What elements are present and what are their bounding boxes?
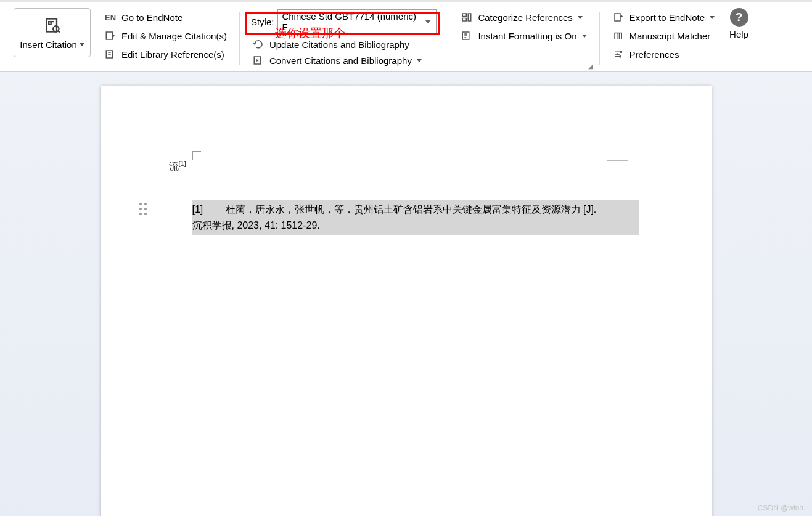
manuscript-label: Manuscript Matcher xyxy=(630,31,711,41)
doc-line1-text: 流 xyxy=(169,161,179,171)
export-icon xyxy=(612,12,625,23)
edit-citations-icon xyxy=(104,30,117,41)
style-dropdown[interactable]: Chinese Std GBT7714 (numeric) F xyxy=(277,9,437,34)
help-button[interactable]: ? Help xyxy=(723,6,755,71)
edit-library-icon xyxy=(104,49,117,60)
group-separator xyxy=(448,12,448,65)
manuscript-matcher-button[interactable]: Manuscript Matcher xyxy=(609,27,719,45)
group-tools: Export to EndNote Manuscript Matcher Pre… xyxy=(604,6,724,71)
svg-point-10 xyxy=(620,51,621,52)
instant-formatting-button[interactable]: Instant Formatting is On xyxy=(457,27,590,45)
reference-text-line2: 沉积学报, 2023, 41: 1512-29. xyxy=(192,220,320,231)
ribbon-toolbar: Insert Citation EN Go to EndNote Edit & … xyxy=(0,0,812,72)
export-to-endnote-button[interactable]: Export to EndNote xyxy=(609,8,719,27)
chevron-down-icon xyxy=(710,16,715,19)
watermark-text: CSDN @wlnh xyxy=(758,504,803,512)
svg-point-1 xyxy=(53,26,59,31)
reference-number: [1] xyxy=(192,202,226,218)
go-to-endnote-button[interactable]: EN Go to EndNote xyxy=(100,8,231,27)
categorize-icon xyxy=(461,12,473,23)
chevron-down-icon xyxy=(80,43,84,46)
svg-rect-7 xyxy=(469,14,472,21)
edit-manage-citations-button[interactable]: Edit & Manage Citation(s) xyxy=(100,27,231,45)
edit-manage-label: Edit & Manage Citation(s) xyxy=(121,31,227,41)
edit-library-label: Edit Library Reference(s) xyxy=(121,49,224,60)
edit-library-reference-button[interactable]: Edit Library Reference(s) xyxy=(100,45,231,63)
group-insert-citation: Insert Citation xyxy=(9,6,96,71)
convert-icon xyxy=(252,55,265,66)
preferences-button[interactable]: Preferences xyxy=(609,45,719,63)
document-page[interactable]: 流[1] [1]杜蔺，唐永永，张世帆，等．贵州铝土矿含铝岩系中关键金属富集特征及… xyxy=(101,86,712,516)
svg-rect-2 xyxy=(106,32,113,39)
group-endnote-actions: EN Go to EndNote Edit & Manage Citation(… xyxy=(96,6,236,71)
chevron-down-icon xyxy=(578,16,583,19)
style-selected-value: Chinese Std GBT7714 (numeric) F xyxy=(282,11,416,32)
insert-citation-button[interactable]: Insert Citation xyxy=(14,8,91,57)
reference-entry[interactable]: [1]杜蔺，唐永永，张世帆，等．贵州铝土矿含铝岩系中关键金属富集特征及资源潜力 … xyxy=(192,200,639,235)
categorize-references-button[interactable]: Categorize References xyxy=(457,8,590,27)
update-citations-button[interactable]: Update Citations and Bibliography xyxy=(248,36,440,52)
export-label: Export to EndNote xyxy=(630,12,705,23)
preferences-label: Preferences xyxy=(630,49,679,60)
convert-citations-button[interactable]: Convert Citations and Bibliography xyxy=(248,52,440,68)
help-icon: ? xyxy=(730,8,748,27)
margin-marker xyxy=(192,151,201,152)
reference-text-line1: 杜蔺，唐永永，张世帆，等．贵州铝土矿含铝岩系中关键金属富集特征及资源潜力 [J]… xyxy=(226,204,597,215)
manuscript-icon xyxy=(612,30,625,41)
preferences-icon xyxy=(612,49,625,60)
chevron-down-icon xyxy=(417,59,422,62)
categorize-label: Categorize References xyxy=(478,12,572,23)
update-citations-label: Update Citations and Bibliography xyxy=(269,39,409,50)
svg-rect-6 xyxy=(463,18,467,22)
chevron-down-icon xyxy=(582,35,587,38)
bibliography-block: [1]杜蔺，唐永永，张世帆，等．贵州铝土矿含铝岩系中关键金属富集特征及资源潜力 … xyxy=(192,200,639,235)
group-formatting: Categorize References Instant Formatting… xyxy=(452,6,595,71)
refresh-icon xyxy=(252,39,265,50)
go-to-endnote-label: Go to EndNote xyxy=(121,12,182,23)
group-separator xyxy=(599,12,600,65)
citation-marker: [1] xyxy=(179,160,186,167)
insert-citation-icon xyxy=(43,17,62,38)
style-label: Style: xyxy=(251,17,274,27)
instant-formatting-label: Instant Formatting is On xyxy=(478,31,576,41)
group-separator xyxy=(239,12,240,65)
margin-marker xyxy=(607,135,628,161)
convert-citations-label: Convert Citations and Bibliography xyxy=(269,55,412,66)
dialog-launcher-icon[interactable]: ◢ xyxy=(588,63,593,70)
insert-citation-label: Insert Citation xyxy=(20,39,77,50)
document-text-line[interactable]: 流[1] xyxy=(169,160,639,173)
endnote-logo-icon: EN xyxy=(104,13,117,22)
svg-rect-5 xyxy=(463,14,467,17)
svg-rect-9 xyxy=(615,14,620,21)
group-bibliography: Style: Chinese Std GBT7714 (numeric) F U… xyxy=(244,6,445,71)
help-label: Help xyxy=(729,29,748,39)
margin-marker xyxy=(192,151,193,160)
document-viewport: 流[1] [1]杜蔺，唐永永，张世帆，等．贵州铝土矿含铝岩系中关键金属富集特征及… xyxy=(0,72,812,516)
instant-formatting-icon xyxy=(461,30,473,41)
drag-handle-icon[interactable] xyxy=(139,203,147,216)
